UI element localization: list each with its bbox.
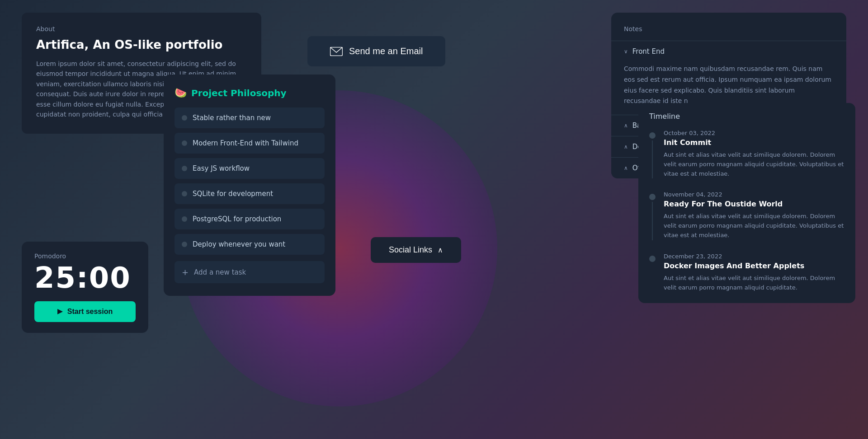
social-links-label: Social Links bbox=[389, 245, 432, 255]
task-dot-0 bbox=[182, 115, 187, 121]
notes-section-frontend-header[interactable]: ∨ Front End bbox=[611, 41, 846, 62]
timeline-desc-0: Aut sint et alias vitae velit aut simili… bbox=[664, 150, 844, 178]
timeline-event-title-2: Docker Images And Better Applets bbox=[664, 262, 844, 270]
timeline-line-0 bbox=[652, 140, 653, 178]
timeline-date-0: October 03, 2022 bbox=[664, 130, 844, 136]
timeline-content-2: December 23, 2022 Docker Images And Bett… bbox=[664, 253, 844, 293]
philosophy-emoji: 🍉 bbox=[175, 87, 187, 98]
timeline-date-1: November 04, 2022 bbox=[664, 191, 844, 198]
task-dot-2 bbox=[182, 166, 187, 171]
philosophy-header: 🍉 Project Philosophy bbox=[175, 87, 325, 98]
timeline-dot-col-1 bbox=[649, 191, 656, 240]
philosophy-title: Project Philosophy bbox=[191, 88, 287, 98]
timeline-item-0: October 03, 2022 Init Commit Aut sint et… bbox=[649, 130, 844, 178]
timeline-event-title-1: Ready For The Oustide World bbox=[664, 200, 844, 208]
timeline-line-1 bbox=[652, 202, 653, 240]
task-label-5: Deploy whenever you want bbox=[193, 240, 285, 248]
timeline-card: Timeline October 03, 2022 Init Commit Au… bbox=[638, 103, 855, 303]
notes-section-frontend-title: Front End bbox=[632, 47, 665, 56]
task-label-2: Easy JS workflow bbox=[193, 164, 250, 173]
task-label-3: SQLite for development bbox=[193, 190, 273, 198]
timeline-event-title-0: Init Commit bbox=[664, 138, 844, 147]
chevron-up-icon-oth: ∧ bbox=[624, 165, 628, 171]
task-dot-3 bbox=[182, 191, 187, 196]
task-item-4[interactable]: PostgreSQL for production bbox=[175, 209, 325, 229]
about-title: Artifica, An OS-like portfolio bbox=[36, 38, 247, 51]
play-icon bbox=[57, 309, 63, 314]
email-icon bbox=[330, 47, 343, 56]
notes-label: Notes bbox=[611, 25, 846, 33]
social-links-button[interactable]: Social Links ∧ bbox=[371, 237, 461, 263]
start-session-button[interactable]: Start session bbox=[34, 301, 136, 322]
task-item-3[interactable]: SQLite for development bbox=[175, 183, 325, 204]
chevron-up-icon-dep: ∧ bbox=[624, 144, 628, 150]
timeline-dot-2 bbox=[649, 256, 656, 262]
task-item-5[interactable]: Deploy whenever you want bbox=[175, 234, 325, 255]
timeline-dot-1 bbox=[649, 194, 656, 200]
task-dot-5 bbox=[182, 242, 187, 247]
task-item-1[interactable]: Modern Front-End with Tailwind bbox=[175, 133, 325, 154]
pomodoro-label: Pomodoro bbox=[34, 252, 136, 260]
task-label-1: Modern Front-End with Tailwind bbox=[193, 139, 298, 147]
task-label-4: PostgreSQL for production bbox=[193, 215, 281, 223]
timeline-item-2: December 23, 2022 Docker Images And Bett… bbox=[649, 253, 844, 293]
add-task-button[interactable]: + Add a new task bbox=[175, 261, 325, 283]
pomodoro-time: 25:00 bbox=[34, 263, 136, 292]
timeline-dot-col-2 bbox=[649, 253, 656, 293]
task-label-0: Stable rather than new bbox=[193, 114, 271, 122]
email-button-label: Send me an Email bbox=[349, 46, 423, 56]
timeline-desc-2: Aut sint et alias vitae velit aut simili… bbox=[664, 274, 844, 293]
timeline-desc-1: Aut sint et alias vitae velit aut simili… bbox=[664, 212, 844, 240]
chevron-up-icon-bac: ∧ bbox=[624, 122, 628, 129]
timeline-date-2: December 23, 2022 bbox=[664, 253, 844, 260]
start-session-label: Start session bbox=[67, 308, 113, 316]
task-item-2[interactable]: Easy JS workflow bbox=[175, 158, 325, 179]
timeline-dot-0 bbox=[649, 132, 656, 139]
timeline-dot-col-0 bbox=[649, 130, 656, 178]
timeline-content-1: November 04, 2022 Ready For The Oustide … bbox=[664, 191, 844, 240]
timeline-content-0: October 03, 2022 Init Commit Aut sint et… bbox=[664, 130, 844, 178]
email-button[interactable]: Send me an Email bbox=[307, 36, 445, 66]
philosophy-card: 🍉 Project Philosophy Stable rather than … bbox=[164, 75, 335, 296]
add-icon: + bbox=[182, 267, 189, 277]
chevron-down-icon: ∨ bbox=[624, 48, 628, 55]
pomodoro-card: Pomodoro 25:00 Start session bbox=[22, 242, 148, 333]
timeline-item-1: November 04, 2022 Ready For The Oustide … bbox=[649, 191, 844, 240]
about-label: About bbox=[36, 25, 247, 33]
task-item-0[interactable]: Stable rather than new bbox=[175, 107, 325, 128]
add-task-label: Add a new task bbox=[194, 268, 246, 276]
task-dot-4 bbox=[182, 216, 187, 222]
task-dot-1 bbox=[182, 140, 187, 146]
chevron-up-icon: ∧ bbox=[438, 246, 443, 254]
timeline-title: Timeline bbox=[649, 112, 844, 121]
